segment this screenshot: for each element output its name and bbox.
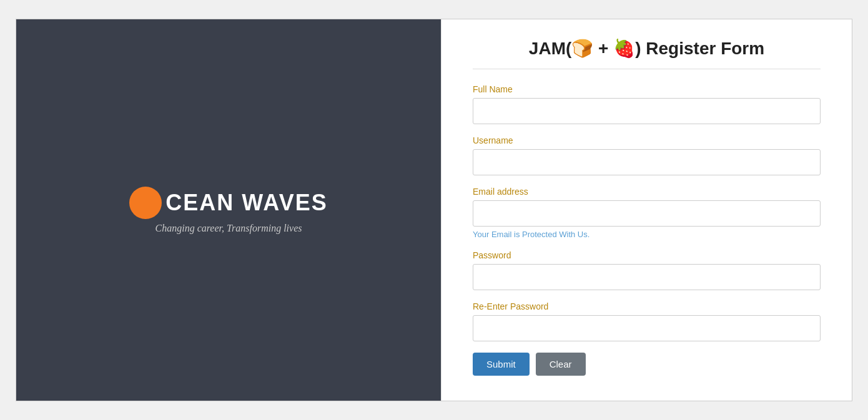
username-group: Username (473, 135, 821, 175)
brand-tagline: Changing career, Transforming lives (155, 223, 302, 234)
email-helper-text: Your Email is Protected With Us. (473, 230, 821, 239)
page-container: CEAN WAVES Changing career, Transforming… (16, 19, 852, 401)
brand-circle-icon (129, 187, 162, 219)
email-label: Email address (473, 187, 821, 197)
password-label: Password (473, 250, 821, 260)
left-panel: CEAN WAVES Changing career, Transforming… (16, 19, 441, 401)
reenter-password-input[interactable] (473, 315, 821, 341)
reenter-password-label: Re-Enter Password (473, 301, 821, 311)
full-name-group: Full Name (473, 84, 821, 124)
username-label: Username (473, 135, 821, 145)
username-input[interactable] (473, 149, 821, 175)
brand-container: CEAN WAVES Changing career, Transforming… (129, 187, 327, 234)
button-row: Submit Clear (473, 353, 821, 376)
right-panel: JAM(🍞 + 🍓) Register Form Full Name Usern… (441, 19, 852, 401)
full-name-label: Full Name (473, 84, 821, 94)
register-form: Full Name Username Email address Your Em… (473, 84, 821, 376)
brand-name: CEAN WAVES (165, 190, 327, 216)
submit-button[interactable]: Submit (473, 353, 530, 376)
password-input[interactable] (473, 264, 821, 290)
brand-name-row: CEAN WAVES (129, 187, 327, 219)
clear-button[interactable]: Clear (536, 353, 586, 376)
email-input[interactable] (473, 200, 821, 227)
email-group: Email address Your Email is Protected Wi… (473, 187, 821, 239)
reenter-password-group: Re-Enter Password (473, 301, 821, 341)
form-title: JAM(🍞 + 🍓) Register Form (473, 38, 821, 69)
full-name-input[interactable] (473, 98, 821, 124)
password-group: Password (473, 250, 821, 290)
